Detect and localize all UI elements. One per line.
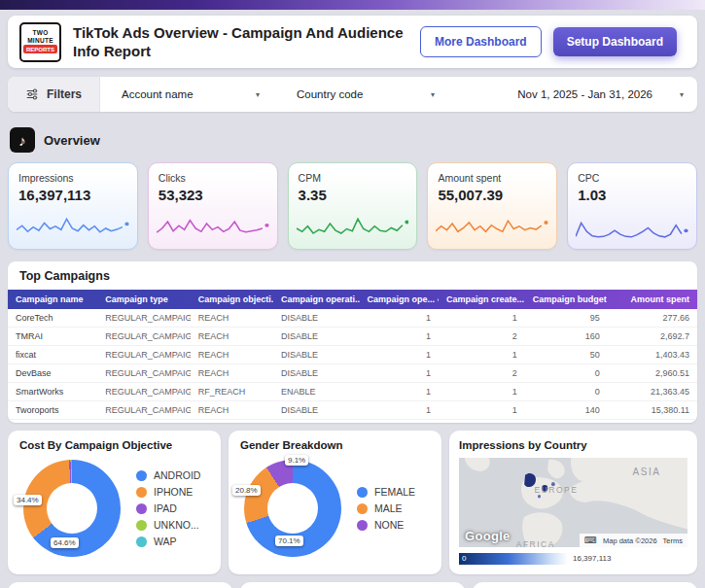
legend-dot xyxy=(136,487,147,498)
overview-title: Overview xyxy=(44,133,100,148)
table-row: DevBaseREGULAR_CAMPAIGNREACHDISABLE1202,… xyxy=(8,364,697,383)
column-header-3[interactable]: Campaign objecti... xyxy=(191,290,273,309)
table-cell: 1,403.43 xyxy=(608,346,697,364)
kpi-sparkline xyxy=(436,213,548,244)
top-campaigns-title: Top Campaigns xyxy=(8,261,697,290)
chart-title: Gender Breakdown xyxy=(240,439,430,451)
top-campaigns-card: Top Campaigns Campaign nameCampaign type… xyxy=(8,261,697,423)
logo-text: TWO xyxy=(32,30,48,37)
table-cell: SmartWorks xyxy=(8,383,97,401)
table-cell: REGULAR_CAMPAIGN xyxy=(97,328,191,346)
column-header-2[interactable]: Campaign type xyxy=(97,290,191,309)
table-cell: 2,692.7 xyxy=(608,328,697,346)
filters-button[interactable]: Filters xyxy=(8,77,100,112)
account-name-filter[interactable]: Account name ▾ xyxy=(100,88,275,100)
map-data-copyright: Map data ©2026 xyxy=(603,536,657,545)
map-legend-min: 0 xyxy=(462,554,466,563)
kpi-value: 1.03 xyxy=(578,187,687,203)
table-cell: REGULAR_CAMPAIGN xyxy=(97,383,191,401)
more-dashboard-button[interactable]: More Dashboard xyxy=(420,26,542,57)
table-cell: DISABLE xyxy=(273,309,360,328)
chevron-down-icon: ▾ xyxy=(256,90,260,99)
table-cell: 1 xyxy=(360,364,440,383)
table-cell: 160 xyxy=(525,328,608,346)
table-cell: 1 xyxy=(360,401,440,420)
column-header-4[interactable]: Campaign operati... xyxy=(273,290,360,309)
kpi-label: Clicks xyxy=(159,172,267,184)
column-header-1[interactable]: Campaign name xyxy=(8,290,97,309)
legend-dot xyxy=(357,520,368,531)
table-cell: REGULAR_CAMPAIGN xyxy=(97,364,191,383)
column-header-5[interactable]: Campaign ope...▾ xyxy=(360,290,440,309)
legend-label: NONE xyxy=(374,519,404,531)
legend-item: FEMALE xyxy=(357,486,415,498)
chevron-down-icon: ▾ xyxy=(431,90,435,99)
table-cell: 1 xyxy=(360,420,440,424)
table-row: fixcatREGULAR_CAMPAIGNREACHDISABLE11501,… xyxy=(8,346,697,364)
impressions-by-country-card: Impressions by Country EUROPE ASIA AFRIC… xyxy=(449,431,697,574)
kpi-card-clicks: Clicks53,323 xyxy=(148,162,278,250)
legend-item: WAP xyxy=(136,536,200,547)
table-row: SmartWorksREGULAR_CAMPAIGNRF_REACHENABLE… xyxy=(8,383,697,401)
table-cell: 1 xyxy=(439,401,525,420)
table-cell: DISABLE xyxy=(273,420,360,424)
header: TWO MINUTE REPORTS TikTok Ads Overview -… xyxy=(8,16,697,68)
map-legend-gradient: 0 xyxy=(459,553,568,565)
terms-link[interactable]: Terms xyxy=(663,536,683,545)
tiktok-icon: ♪ xyxy=(10,127,35,153)
table-cell: 1 xyxy=(360,328,440,346)
kpi-value: 3.35 xyxy=(299,187,407,203)
table-cell: 3 xyxy=(439,420,525,424)
slice-percentage-label: 20.8% xyxy=(232,485,261,496)
slice-percentage-label: 64.6% xyxy=(51,537,79,548)
legend-label: UNKNO... xyxy=(154,519,199,531)
kpi-card-cpm: CPM3.35 xyxy=(288,162,418,250)
kpi-sparkline xyxy=(17,213,129,244)
kpi-value: 55,007.39 xyxy=(438,187,546,203)
table-cell: 21,363.45 xyxy=(608,383,697,401)
kpi-sparkline xyxy=(576,213,688,244)
table-cell: 2 xyxy=(439,328,525,346)
table-cell: 9,126.44 xyxy=(608,420,697,424)
table-cell: 95 xyxy=(525,309,608,328)
table-cell: REGULAR_CAMPAIGN xyxy=(97,420,191,424)
campaigns-table: Campaign nameCampaign typeCampaign objec… xyxy=(8,290,697,423)
table-cell: REACH xyxy=(191,420,273,424)
table-row: TworoportsREGULAR_CAMPAIGNREACHDISABLE11… xyxy=(8,401,697,420)
logo-text: MINUTE xyxy=(27,38,53,45)
legend-dot xyxy=(136,536,147,547)
keyboard-icon[interactable]: ⌨ xyxy=(584,536,597,545)
table-cell: DISABLE xyxy=(273,401,360,420)
filters-label: Filters xyxy=(47,87,82,101)
date-range-filter[interactable]: Nov 1, 2025 - Jan 31, 2026 ▾ xyxy=(504,88,697,100)
legend-label: IPHONE xyxy=(154,486,193,498)
next-cards-row-partial xyxy=(8,582,697,588)
table-cell: TMRAI xyxy=(8,328,97,346)
setup-dashboard-button[interactable]: Setup Dashboard xyxy=(553,27,677,56)
date-range-value: Nov 1, 2025 - Jan 31, 2026 xyxy=(517,88,652,100)
legend-item: UNKNO... xyxy=(136,519,200,531)
table-cell: CoreTech xyxy=(8,309,97,328)
table-cell: REGULAR_CAMPAIGN xyxy=(97,309,191,328)
table-cell: ENABLE xyxy=(273,383,360,401)
column-header-7[interactable]: Campaign budget xyxy=(525,290,608,309)
filters-sliders-icon xyxy=(25,87,39,101)
chart-legend: ANDROIDIPHONEIPADUNKNO...WAP xyxy=(136,469,200,547)
legend-item: NONE xyxy=(357,519,415,531)
slice-percentage-label: 70.1% xyxy=(275,536,303,546)
gender-breakdown-card: Gender Breakdown 70.1%20.8%9.1% FEMALEMA… xyxy=(229,431,441,574)
legend-dot xyxy=(136,470,147,481)
map-label-africa: AFRICA xyxy=(516,539,555,547)
legend-item: IPAD xyxy=(136,502,200,514)
table-cell: 0 xyxy=(525,383,608,401)
two-minute-reports-logo: TWO MINUTE REPORTS xyxy=(19,22,61,62)
google-logo[interactable]: Google xyxy=(465,529,511,543)
google-map[interactable]: EUROPE ASIA AFRICA Google ⌨ Map data ©20… xyxy=(459,458,687,547)
map-legend-max: 16,397,113 xyxy=(573,554,611,563)
column-header-8[interactable]: Amount spent xyxy=(608,290,697,309)
legend-label: FEMALE xyxy=(374,486,415,498)
kpi-label: CPC xyxy=(578,172,687,184)
country-code-filter[interactable]: Country code ▾ xyxy=(275,88,450,100)
column-header-6[interactable]: Campaign create... xyxy=(439,290,525,309)
account-name-label: Account name xyxy=(122,88,194,100)
